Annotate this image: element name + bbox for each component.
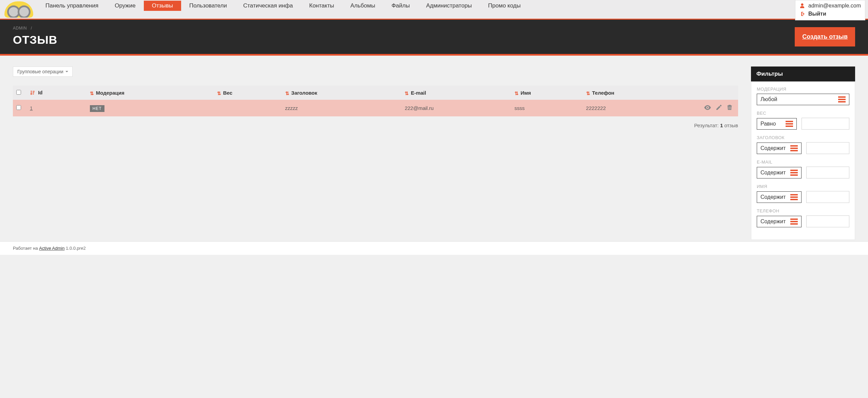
col-weight[interactable]: ⇅Вес (214, 86, 282, 100)
col-email[interactable]: ⇅E-mail (401, 86, 511, 100)
view-icon[interactable] (704, 105, 711, 111)
nav-item-4[interactable]: Статическая инфа (235, 1, 301, 11)
nav-item-3[interactable]: Пользователи (181, 1, 235, 11)
cell-email: 222@mail.ru (401, 100, 511, 116)
filter-operator-select[interactable]: Содержит (757, 167, 802, 178)
filter-label: ВЕС (757, 111, 849, 116)
result-count: Результат: 1 отзыв (13, 122, 738, 128)
table-row: 1НЕТzzzzz222@mail.russss2222222 (13, 100, 738, 116)
breadcrumb: ADMIN / (13, 26, 57, 31)
nav-item-5[interactable]: Контакты (301, 1, 342, 11)
logout-label: Выйти (808, 11, 826, 17)
current-user[interactable]: admin@example.com (799, 2, 861, 10)
filter-label: ТЕЛЕФОН (757, 208, 849, 213)
hamburger-icon (790, 145, 798, 151)
filter-operator-select[interactable]: Любой (757, 94, 849, 105)
cell-phone: 2222222 (583, 100, 691, 116)
filters-heading: Фильтры (751, 67, 855, 81)
hamburger-icon (838, 96, 846, 102)
sort-icon: ⇅ (217, 91, 221, 96)
title-bar: ADMIN / ОТЗЫВ Создать отзыв (0, 20, 868, 56)
sort-desc-icon (30, 90, 35, 96)
filter-label: МОДЕРАЦИЯ (757, 87, 849, 92)
hamburger-icon (790, 170, 798, 176)
filter-operator-select[interactable]: Содержит (757, 216, 802, 227)
user-menu: admin@example.com Выйти (795, 0, 865, 20)
cell-title: zzzzz (282, 100, 402, 116)
filter-label: ИМЯ (757, 184, 849, 189)
filter-1: ВЕСРавно (757, 111, 849, 130)
batch-label: Групповые операции (17, 69, 63, 74)
top-navbar: Панель управленияОружиеОтзывыПользовател… (0, 0, 868, 20)
logout-link[interactable]: Выйти (799, 10, 861, 18)
filter-operator-select[interactable]: Содержит (757, 143, 802, 154)
nav-item-2[interactable]: Отзывы (144, 1, 181, 11)
sort-icon: ⇅ (285, 91, 289, 96)
hamburger-icon (790, 219, 798, 225)
nav-item-7[interactable]: Файлы (383, 1, 418, 11)
nav-item-6[interactable]: Альбомы (342, 1, 383, 11)
filter-value-input[interactable] (806, 142, 849, 154)
hamburger-icon (786, 121, 793, 127)
filter-operator-select[interactable]: Равно (757, 118, 797, 130)
col-id[interactable]: Id (26, 86, 86, 100)
cell-weight (214, 100, 282, 116)
filter-0: МОДЕРАЦИЯЛюбой (757, 87, 849, 105)
user-icon (799, 3, 805, 8)
select-all-checkbox[interactable] (16, 90, 21, 95)
nav-menu: Панель управленияОружиеОтзывыПользовател… (37, 0, 868, 12)
batch-actions-button[interactable]: Групповые операции (13, 67, 73, 77)
reviews-table: Id ⇅Модерация ⇅Вес ⇅Заголовок ⇅E-mail ⇅И… (13, 86, 738, 116)
filter-value-input[interactable] (802, 118, 849, 130)
edit-icon[interactable] (716, 105, 722, 111)
col-moderation[interactable]: ⇅Модерация (86, 86, 214, 100)
filter-3: E-MAILСодержит (757, 159, 849, 178)
logout-icon (799, 11, 805, 17)
filter-4: ИМЯСодержит (757, 184, 849, 203)
filter-label: ЗАГОЛОВОК (757, 135, 849, 140)
nav-item-9[interactable]: Промо коды (480, 1, 529, 11)
logo[interactable] (0, 0, 37, 19)
col-name[interactable]: ⇅Имя (511, 86, 583, 100)
filter-5: ТЕЛЕФОНСодержит (757, 208, 849, 227)
filters-sidebar: Фильтры МОДЕРАЦИЯЛюбойВЕСРавноЗАГОЛОВОКС… (751, 67, 855, 240)
user-email: admin@example.com (808, 3, 861, 9)
sort-icon: ⇅ (586, 91, 590, 96)
caret-down-icon (65, 71, 68, 72)
col-title[interactable]: ⇅Заголовок (282, 86, 402, 100)
sort-icon: ⇅ (515, 91, 519, 96)
footer-link[interactable]: Active Admin (39, 246, 64, 251)
breadcrumb-root[interactable]: ADMIN (13, 26, 27, 31)
col-phone[interactable]: ⇅Телефон (583, 86, 691, 100)
breadcrumb-sep: / (31, 26, 32, 31)
nav-item-0[interactable]: Панель управления (37, 1, 107, 11)
sort-icon: ⇅ (405, 91, 409, 96)
filter-value-input[interactable] (806, 215, 849, 227)
nav-item-1[interactable]: Оружие (107, 1, 144, 11)
moderation-badge: НЕТ (90, 105, 104, 112)
cell-name: ssss (511, 100, 583, 116)
row-id-link[interactable]: 1 (30, 105, 33, 111)
filter-value-input[interactable] (806, 167, 849, 178)
filter-value-input[interactable] (806, 191, 849, 203)
hamburger-icon (790, 194, 798, 200)
nav-item-8[interactable]: Администраторы (418, 1, 480, 11)
footer: Работает на Active Admin 1.0.0.pre2 (0, 241, 868, 255)
delete-icon[interactable] (727, 105, 732, 111)
row-checkbox[interactable] (16, 105, 21, 110)
page-title: ОТЗЫВ (13, 33, 57, 46)
filter-operator-select[interactable]: Содержит (757, 191, 802, 203)
sort-icon: ⇅ (90, 91, 94, 96)
filter-label: E-MAIL (757, 159, 849, 165)
create-review-button[interactable]: Создать отзыв (795, 27, 855, 46)
filter-2: ЗАГОЛОВОКСодержит (757, 135, 849, 154)
